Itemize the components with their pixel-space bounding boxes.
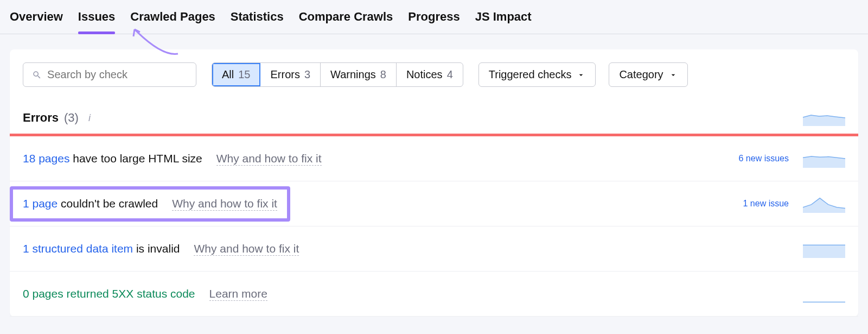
section-header: Errors (3) i [10,87,858,134]
issue-description: 1 structured data item is invalidWhy and… [23,242,299,256]
filter-count: 3 [304,68,310,81]
issue-text-rest: is invalid [133,242,180,255]
filter-tab-errors[interactable]: Errors3 [260,63,321,86]
filter-count: 8 [380,68,386,81]
filter-tab-all[interactable]: All15 [212,63,260,86]
issue-meta: 1 new issue [743,194,846,213]
filter-count: 15 [238,68,250,81]
issue-text-rest: returned 5XX status code [63,287,195,300]
tab-progress[interactable]: Progress [408,10,459,26]
search-icon [32,70,42,80]
issue-sparkline [803,149,845,168]
issue-meta [803,240,845,258]
chevron-down-icon [577,71,585,79]
filter-count: 4 [447,68,453,81]
why-and-how-link[interactable]: Learn more [209,287,267,301]
why-and-how-link[interactable]: Why and how to fix it [216,152,322,166]
issue-sparkline [803,240,845,258]
search-input[interactable] [47,68,187,81]
issue-description: 18 pages have too large HTML sizeWhy and… [23,152,322,166]
tab-issues[interactable]: Issues [78,10,116,26]
issue-text: 0 pages returned 5XX status code [23,287,195,300]
tab-statistics[interactable]: Statistics [231,10,284,26]
tabs-bar: OverviewIssuesCrawled PagesStatisticsCom… [0,0,868,34]
new-issues-link[interactable]: 1 new issue [743,199,789,209]
filter-label: All [222,68,234,81]
issue-description: 0 pages returned 5XX status codeLearn mo… [23,287,267,301]
toolbar: All15Errors3Warnings8Notices4 Triggered … [10,49,858,87]
tab-compare-crawls[interactable]: Compare Crawls [299,10,393,26]
issue-row: 1 structured data item is invalidWhy and… [10,226,858,272]
dropdown-category[interactable]: Category [609,62,687,87]
filter-tab-warnings[interactable]: Warnings8 [321,63,397,86]
filter-label: Warnings [330,68,376,81]
issues-panel: All15Errors3Warnings8Notices4 Triggered … [10,49,858,317]
tab-overview[interactable]: Overview [10,10,63,26]
issue-row: 18 pages have too large HTML sizeWhy and… [10,136,858,181]
tab-crawled-pages[interactable]: Crawled Pages [130,10,215,26]
issue-count-link[interactable]: 1 page [23,197,58,210]
issue-meta [803,285,845,303]
chevron-down-icon [669,71,678,79]
search-input-container[interactable] [23,62,196,87]
issue-meta: 6 new issues [739,149,846,168]
dropdown-label: Category [619,68,663,81]
filter-label: Notices [406,68,443,81]
issue-text-rest: have too large HTML size [69,152,202,165]
section-sparkline [803,110,845,126]
section-title: Errors [23,111,59,125]
section-count: (3) [64,111,79,125]
issue-sparkline [803,194,845,213]
issue-count-link: 0 pages [23,287,63,300]
issue-text-rest: couldn't be crawled [58,197,158,210]
dropdown-label: Triggered checks [489,68,572,81]
issue-row: 1 page couldn't be crawledWhy and how to… [10,181,858,226]
filter-tab-notices[interactable]: Notices4 [397,63,463,86]
dropdown-triggered-checks[interactable]: Triggered checks [478,62,596,87]
filter-label: Errors [270,68,299,81]
tab-js-impact[interactable]: JS Impact [475,10,532,26]
issue-sparkline [803,285,845,303]
new-issues-link[interactable]: 6 new issues [739,154,789,163]
issue-text: 18 pages have too large HTML size [23,152,202,165]
filter-tabs: All15Errors3Warnings8Notices4 [212,62,463,87]
issue-text: 1 page couldn't be crawled [23,197,158,210]
why-and-how-link[interactable]: Why and how to fix it [172,197,277,211]
issue-text: 1 structured data item is invalid [23,242,180,255]
issue-description: 1 page couldn't be crawledWhy and how to… [10,186,290,222]
issue-count-link[interactable]: 18 pages [23,152,69,165]
issue-row: 0 pages returned 5XX status codeLearn mo… [10,272,858,317]
why-and-how-link[interactable]: Why and how to fix it [194,242,299,256]
issue-count-link[interactable]: 1 structured data item [23,242,133,255]
info-icon[interactable]: i [84,112,95,123]
